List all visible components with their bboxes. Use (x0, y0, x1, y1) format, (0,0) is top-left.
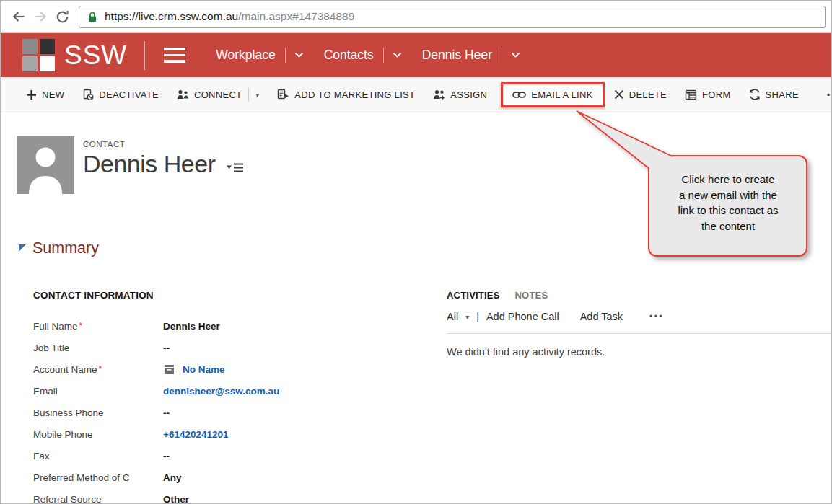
field-row-referral-source: Referral Source Other (33, 488, 426, 504)
app-navigation-bar: SSW Workplace Contacts Dennis Heer (1, 33, 831, 77)
field-row-account-name: Account Name* No Name (33, 358, 426, 380)
chevron-down-icon[interactable] (393, 52, 402, 58)
required-marker: * (79, 321, 83, 331)
account-icon (163, 364, 175, 375)
button-label: ASSIGN (450, 89, 487, 100)
field-row-fax: Fax -- (33, 445, 426, 467)
phone-link[interactable]: +61420241201 (163, 429, 228, 440)
assign-button[interactable]: ASSIGN (433, 89, 487, 100)
chevron-down-icon[interactable] (511, 52, 520, 58)
field-value[interactable]: Dennis Heer (163, 321, 220, 332)
field-value[interactable]: -- (163, 451, 170, 461)
add-phone-call-button[interactable]: Add Phone Call (486, 311, 559, 322)
share-icon (749, 89, 761, 100)
add-to-marketing-list-button[interactable]: ADD TO MARKETING LIST (277, 89, 415, 100)
marketing-list-icon (277, 89, 289, 100)
chevron-down-icon[interactable] (294, 52, 304, 58)
nav-label: Workplace (216, 48, 275, 63)
record-title: Dennis Heer (83, 150, 215, 178)
field-row-email: Email dennisheer@ssw.com.au (33, 380, 426, 402)
nav-item-current-record[interactable]: Dennis Heer (422, 48, 520, 63)
panel-divider (447, 333, 831, 334)
ssw-logo-icon (22, 39, 55, 71)
collapse-triangle-icon (19, 244, 26, 252)
browser-toolbar: https://live.crm.ssw.com.au/main.aspx#14… (1, 1, 831, 33)
address-bar[interactable]: https://live.crm.ssw.com.au/main.aspx#14… (79, 6, 826, 28)
button-label: DEACTIVATE (99, 89, 159, 100)
delete-button[interactable]: DELETE (614, 89, 667, 100)
field-value[interactable]: Other (163, 494, 189, 504)
button-label: FORM (702, 89, 730, 100)
annotation-text: Click here to create a new email with th… (652, 172, 804, 234)
button-label: SHARE (766, 89, 799, 100)
dropdown-caret-icon[interactable]: ▾ (465, 313, 469, 321)
back-arrow-icon[interactable] (8, 6, 30, 27)
activities-overflow-button[interactable]: ••• (649, 311, 664, 322)
hamburger-menu-icon[interactable] (164, 48, 185, 63)
deactivate-page-icon (82, 89, 94, 101)
summary-title: Summary (32, 239, 99, 257)
email-link[interactable]: dennisheer@ssw.com.au (163, 386, 279, 397)
field-value[interactable]: -- (163, 407, 170, 418)
contact-information-header: CONTACT INFORMATION (33, 290, 154, 301)
forward-arrow-icon[interactable] (30, 6, 51, 27)
nav-divider (144, 41, 145, 70)
connect-button[interactable]: CONNECT (177, 89, 242, 100)
form-button[interactable]: FORM (685, 89, 730, 100)
reload-icon[interactable] (51, 6, 73, 27)
nav-label: Dennis Heer (422, 48, 492, 63)
crm-window: https://live.crm.ssw.com.au/main.aspx#14… (0, 0, 832, 504)
url-path: /main.aspx#147384889 (238, 10, 354, 23)
field-row-preferred-method: Preferred Method of C Any (33, 467, 426, 488)
button-label: NEW (42, 89, 64, 100)
field-row-mobile-phone: Mobile Phone +61420241201 (33, 423, 426, 445)
button-label: DELETE (629, 89, 667, 100)
form-icon (685, 89, 697, 100)
summary-section-toggle[interactable]: Summary (19, 239, 99, 257)
email-a-link-button[interactable]: EMAIL A LINK (512, 89, 593, 100)
email-a-link-highlight-box: EMAIL A LINK (501, 82, 605, 107)
field-value[interactable]: -- (163, 342, 170, 353)
url-host: https://live.crm.ssw.com.au (105, 10, 238, 23)
nav-item-workplace[interactable]: Workplace (216, 48, 303, 63)
field-row-job-title: Job Title -- (33, 337, 426, 358)
add-task-button[interactable]: Add Task (580, 311, 623, 322)
assign-people-icon (433, 89, 445, 100)
brand-name: SSW (64, 40, 127, 71)
secure-lock-icon (87, 11, 98, 23)
button-label: CONNECT (194, 89, 242, 100)
activity-filter-dropdown[interactable]: All (447, 311, 458, 322)
tab-activities[interactable]: ACTIVITIES (447, 290, 500, 301)
toolbar-overflow-button[interactable]: ••• (827, 89, 832, 100)
dropdown-caret-icon[interactable]: ▾ (255, 91, 259, 99)
field-row-business-phone: Business Phone -- (33, 402, 426, 423)
button-label: EMAIL A LINK (531, 89, 593, 100)
nav-item-contacts[interactable]: Contacts (324, 48, 402, 63)
share-button[interactable]: SHARE (749, 89, 799, 100)
required-marker: * (99, 364, 102, 374)
new-button[interactable]: NEW (26, 89, 64, 100)
email-link-icon (512, 91, 526, 99)
entity-type-label: CONTACT (83, 140, 244, 149)
empty-activities-message: We didn't find any activity records. (447, 346, 831, 358)
account-link[interactable]: No Name (163, 364, 225, 375)
contact-information-fields: Full Name* Dennis Heer Job Title -- Acco… (33, 315, 426, 504)
delete-x-icon (614, 89, 624, 100)
contact-avatar[interactable] (17, 136, 74, 194)
form-switcher-icon[interactable] (227, 162, 244, 173)
connect-people-icon (177, 89, 189, 100)
record-header: CONTACT Dennis Heer (17, 136, 244, 194)
separator: | (476, 311, 479, 322)
nav-label: Contacts (324, 48, 374, 63)
tab-notes[interactable]: NOTES (515, 290, 548, 301)
activities-panel: ACTIVITIES NOTES All ▾ | Add Phone Call … (447, 290, 831, 358)
deactivate-button[interactable]: DEACTIVATE (82, 89, 159, 101)
connect-button-group: CONNECT ▾ (177, 87, 259, 102)
field-value[interactable]: Any (163, 472, 182, 483)
plus-icon (26, 89, 37, 100)
button-label: ADD TO MARKETING LIST (294, 89, 415, 100)
field-row-full-name: Full Name* Dennis Heer (33, 315, 426, 337)
